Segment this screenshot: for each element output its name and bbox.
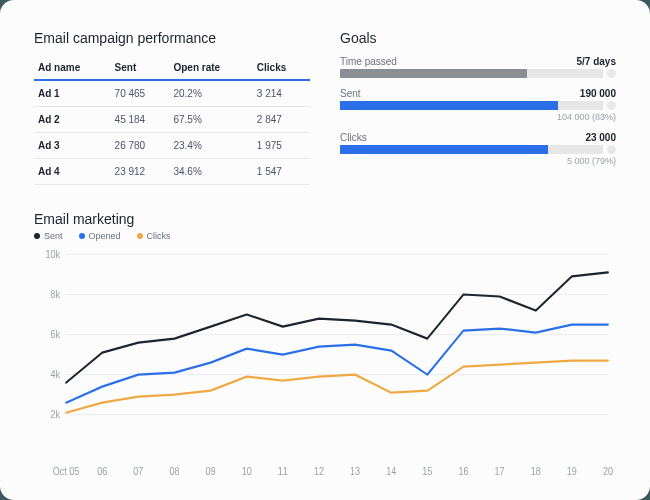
progress-bar (340, 145, 603, 154)
cell-open_rate: 20.2% (169, 80, 252, 107)
chart-area: 2k4k6k8k10kOct 0506070809101112131415161… (34, 247, 616, 482)
cell-sent: 70 465 (111, 80, 170, 107)
top-row: Email campaign performance Ad name Sent … (34, 30, 616, 185)
legend-dot (79, 233, 85, 239)
chart-legend: SentOpenedClicks (34, 231, 616, 241)
chart-title: Email marketing (34, 211, 616, 227)
cell-open_rate: 23.4% (169, 133, 252, 159)
goal-value: 190 000 (580, 88, 616, 99)
legend-label: Clicks (147, 231, 171, 241)
legend-dot (34, 233, 40, 239)
legend-item: Opened (79, 231, 121, 241)
line-chart: 2k4k6k8k10kOct 0506070809101112131415161… (34, 247, 616, 482)
cell-name: Ad 2 (34, 107, 111, 133)
cell-sent: 23 912 (111, 159, 170, 185)
svg-text:17: 17 (495, 465, 505, 477)
goal-value: 23 000 (585, 132, 616, 143)
cell-open_rate: 34.6% (169, 159, 252, 185)
svg-text:8k: 8k (51, 288, 61, 300)
svg-text:2k: 2k (51, 409, 61, 421)
col-openrate: Open rate (169, 56, 252, 80)
cell-name: Ad 3 (34, 133, 111, 159)
series-clicks (66, 361, 608, 413)
col-clicks: Clicks (253, 56, 310, 80)
progress-bar (340, 69, 603, 78)
legend-label: Sent (44, 231, 63, 241)
svg-text:12: 12 (314, 465, 324, 477)
email-campaign-panel: Email campaign performance Ad name Sent … (34, 30, 310, 185)
svg-text:19: 19 (567, 465, 577, 477)
svg-text:20: 20 (603, 465, 613, 477)
table-row: Ad 423 91234.6%1 547 (34, 159, 310, 185)
progress-fill (340, 69, 527, 78)
legend-label: Opened (89, 231, 121, 241)
svg-text:15: 15 (422, 465, 432, 477)
table-title: Email campaign performance (34, 30, 310, 46)
svg-text:13: 13 (350, 465, 360, 477)
legend-item: Clicks (137, 231, 171, 241)
svg-text:14: 14 (386, 465, 396, 477)
goal-item: Time passed5/7 days (340, 56, 616, 78)
performance-table: Ad name Sent Open rate Clicks Ad 170 465… (34, 56, 310, 185)
table-row: Ad 170 46520.2%3 214 (34, 80, 310, 107)
cell-clicks: 1 975 (253, 133, 310, 159)
svg-text:10k: 10k (46, 248, 61, 260)
svg-text:11: 11 (278, 465, 288, 477)
goals-panel: Goals Time passed5/7 daysSent190 000104 … (340, 30, 616, 185)
table-row: Ad 326 78023.4%1 975 (34, 133, 310, 159)
goal-value: 5/7 days (577, 56, 616, 67)
progress-knob (607, 69, 616, 78)
cell-open_rate: 67.5% (169, 107, 252, 133)
svg-text:6k: 6k (51, 328, 61, 340)
goals-title: Goals (340, 30, 616, 46)
cell-clicks: 2 847 (253, 107, 310, 133)
progress-fill (340, 101, 558, 110)
goal-label: Time passed (340, 56, 397, 67)
cell-name: Ad 4 (34, 159, 111, 185)
svg-text:4k: 4k (51, 368, 61, 380)
svg-text:06: 06 (97, 465, 107, 477)
table-row: Ad 245 18467.5%2 847 (34, 107, 310, 133)
cell-clicks: 1 547 (253, 159, 310, 185)
progress-bar (340, 101, 603, 110)
col-adname: Ad name (34, 56, 111, 80)
cell-name: Ad 1 (34, 80, 111, 107)
goal-sub: 104 000 (83%) (340, 112, 616, 122)
svg-text:08: 08 (169, 465, 179, 477)
email-marketing-chart-panel: Email marketing SentOpenedClicks 2k4k6k8… (34, 211, 616, 482)
svg-text:16: 16 (458, 465, 468, 477)
svg-text:07: 07 (133, 465, 143, 477)
goal-sub: 5 000 (79%) (340, 156, 616, 166)
goal-label: Clicks (340, 132, 367, 143)
progress-knob (607, 101, 616, 110)
svg-text:18: 18 (531, 465, 541, 477)
goal-item: Clicks23 0005 000 (79%) (340, 132, 616, 166)
goal-item: Sent190 000104 000 (83%) (340, 88, 616, 122)
cell-sent: 26 780 (111, 133, 170, 159)
col-sent: Sent (111, 56, 170, 80)
series-sent (66, 272, 608, 382)
svg-text:Oct 05: Oct 05 (53, 465, 80, 477)
progress-fill (340, 145, 548, 154)
progress-knob (607, 145, 616, 154)
dashboard: Email campaign performance Ad name Sent … (0, 0, 650, 500)
cell-clicks: 3 214 (253, 80, 310, 107)
legend-dot (137, 233, 143, 239)
cell-sent: 45 184 (111, 107, 170, 133)
legend-item: Sent (34, 231, 63, 241)
goal-label: Sent (340, 88, 361, 99)
svg-text:10: 10 (242, 465, 252, 477)
svg-text:09: 09 (206, 465, 216, 477)
